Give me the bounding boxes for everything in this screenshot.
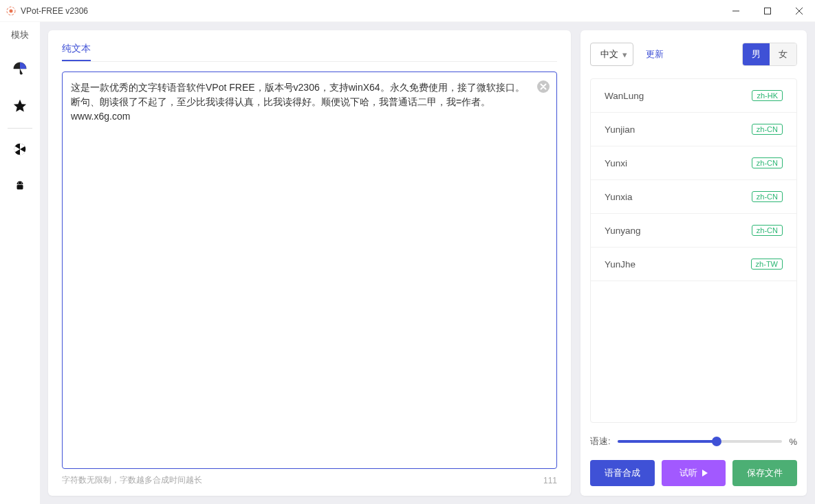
close-button[interactable] (783, 0, 815, 22)
voice-name: Yunyang (605, 226, 641, 236)
voice-locale-badge: zh-CN (752, 225, 783, 236)
speed-unit: % (789, 437, 797, 447)
sidebar-label: 模块 (11, 29, 29, 41)
voice-item[interactable]: Yunxiazh-CN (591, 180, 796, 214)
voice-name: Yunjian (605, 124, 635, 135)
voice-item[interactable]: Yunyangzh-CN (591, 214, 796, 248)
star-icon[interactable] (12, 98, 28, 114)
voice-item[interactable]: Yunxizh-CN (591, 146, 796, 180)
voice-item[interactable]: YunJhezh-TW (591, 248, 796, 281)
window-title: VPot-FREE v2306 (21, 6, 720, 16)
clear-icon[interactable] (536, 80, 550, 94)
svg-rect-3 (765, 8, 771, 14)
speed-slider[interactable] (618, 440, 783, 443)
speed-label: 语速: (590, 435, 611, 448)
language-select[interactable]: 中文 ▾ (590, 43, 633, 66)
maximize-button[interactable] (752, 0, 783, 22)
svg-point-8 (21, 182, 22, 183)
voice-name: YunJhe (605, 259, 635, 270)
svg-rect-9 (17, 185, 23, 190)
voice-locale-badge: zh-HK (752, 90, 783, 101)
gender-male-button[interactable]: 男 (743, 43, 770, 65)
play-icon (702, 468, 708, 479)
minimize-button[interactable] (720, 0, 752, 22)
voice-item[interactable]: WanLungzh-HK (591, 79, 796, 113)
aperture-icon[interactable] (12, 141, 28, 157)
synthesize-button[interactable]: 语音合成 (590, 460, 655, 486)
save-button[interactable]: 保存文件 (732, 460, 797, 486)
text-input[interactable] (62, 72, 557, 469)
voice-locale-badge: zh-CN (752, 191, 783, 202)
voice-locale-badge: zh-CN (752, 157, 783, 168)
preview-button[interactable]: 试听 (662, 460, 726, 486)
umbrella-icon[interactable] (12, 61, 28, 77)
voice-list: WanLungzh-HKYunjianzh-CNYunxizh-CNYunxia… (590, 78, 797, 423)
tab-plaintext[interactable]: 纯文本 (62, 39, 91, 61)
voice-locale-badge: zh-CN (752, 124, 783, 135)
char-count: 111 (543, 476, 557, 485)
app-logo-icon (6, 6, 17, 17)
svg-point-7 (18, 182, 19, 183)
gender-female-button[interactable]: 女 (770, 43, 796, 65)
preview-button-label: 试听 (680, 467, 697, 479)
android-icon[interactable] (12, 178, 28, 195)
voice-name: WanLung (605, 91, 644, 101)
voice-name: Yunxi (605, 158, 627, 168)
voice-name: Yunxia (605, 192, 633, 202)
svg-point-0 (10, 9, 13, 12)
char-hint: 字符数无限制，字数越多合成时间越长 (62, 474, 202, 486)
language-select-label: 中文 (600, 48, 618, 61)
sidebar-divider (8, 128, 32, 129)
update-link[interactable]: 更新 (646, 48, 730, 61)
voice-locale-badge: zh-TW (751, 259, 783, 270)
caret-down-icon: ▾ (622, 50, 627, 60)
voice-item[interactable]: Yunjianzh-CN (591, 113, 796, 146)
